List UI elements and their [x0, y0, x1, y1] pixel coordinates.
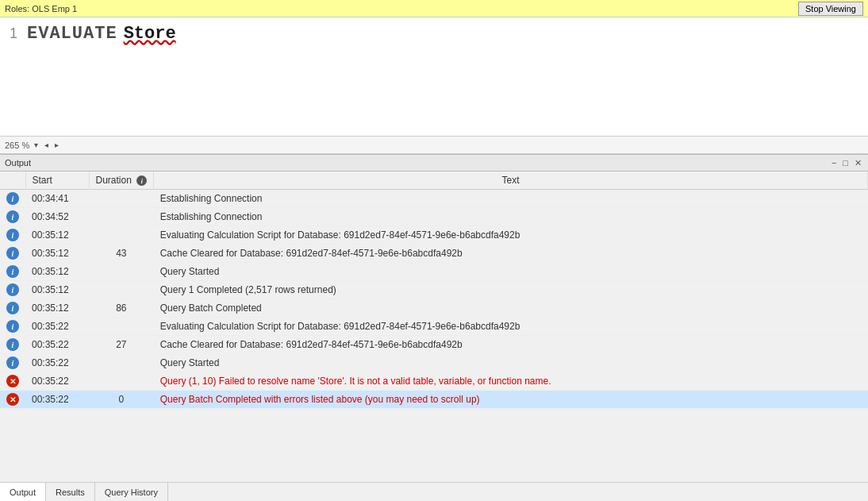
info-icon: i: [6, 210, 19, 223]
table-row: i00:35:12Query 1 Completed (2,517 rows r…: [0, 281, 868, 299]
row-icon: i: [0, 336, 25, 354]
row-duration: [89, 372, 154, 391]
zoom-level: 265 %: [5, 141, 29, 150]
zoom-next-button[interactable]: ▸: [53, 141, 60, 149]
table-row: i00:34:52Establishing Connection: [0, 208, 868, 226]
bottom-tab-output[interactable]: Output: [0, 483, 46, 501]
row-text: Establishing Connection: [154, 208, 868, 226]
row-text: Query Started: [154, 263, 868, 281]
table-header-row: Start Duration i Text: [0, 171, 868, 190]
row-duration: [89, 281, 154, 299]
output-table: Start Duration i Text i00:34:41Establish…: [0, 171, 868, 409]
table-row: i00:35:22Query Started: [0, 354, 868, 372]
zoom-dropdown-button[interactable]: ▾: [33, 141, 40, 149]
table-row: ✕00:35:220Query Batch Completed with err…: [0, 391, 868, 409]
table-row: i00:34:41Establishing Connection: [0, 190, 868, 208]
row-start: 00:35:12: [25, 281, 89, 299]
row-icon: i: [0, 245, 25, 263]
info-icon: i: [6, 283, 19, 296]
text-col-header: Text: [154, 171, 868, 190]
info-icon: i: [6, 229, 19, 241]
stop-viewing-button[interactable]: Stop Viewing: [798, 2, 863, 16]
row-icon: i: [0, 281, 25, 299]
row-text: Query Batch Completed: [154, 299, 868, 318]
table-row: i00:35:12Evaluating Calculation Script f…: [0, 226, 868, 245]
table-row: i00:35:1243Cache Cleared for Database: 6…: [0, 245, 868, 263]
row-start: 00:35:12: [25, 299, 89, 318]
title-bar-text: Roles: OLS Emp 1: [5, 4, 77, 13]
table-row: ✕00:35:22Query (1, 10) Failed to resolve…: [0, 372, 868, 391]
info-icon: i: [6, 338, 19, 351]
row-duration: [89, 190, 154, 208]
table-row: i00:35:2227Cache Cleared for Database: 6…: [0, 336, 868, 354]
row-duration: 43: [89, 245, 154, 263]
row-start: 00:35:22: [25, 336, 89, 354]
row-start: 00:35:22: [25, 318, 89, 336]
output-close-button[interactable]: ✕: [853, 158, 863, 168]
row-text: Evaluating Calculation Script for Databa…: [154, 318, 868, 336]
row-icon: i: [0, 226, 25, 245]
output-controls: − □ ✕: [830, 158, 863, 168]
error-icon: ✕: [6, 375, 19, 387]
zoom-prev-button[interactable]: ◂: [43, 141, 50, 149]
duration-col-header: Duration i: [89, 171, 154, 190]
row-start: 00:35:22: [25, 354, 89, 372]
icon-col-header: [0, 171, 25, 190]
row-duration: [89, 263, 154, 281]
row-duration: [89, 208, 154, 226]
error-icon: ✕: [6, 393, 19, 406]
row-start: 00:35:12: [25, 226, 89, 245]
zoom-bar: 265 % ▾ ◂ ▸: [0, 137, 868, 154]
info-icon: i: [6, 265, 19, 278]
info-icon: i: [6, 192, 19, 205]
output-float-button[interactable]: □: [841, 158, 850, 168]
bottom-tabs: OutputResultsQuery History: [0, 482, 868, 501]
row-duration: 0: [89, 391, 154, 409]
output-section: Output − □ ✕ Start Duration i Tex: [0, 154, 868, 501]
row-text: Cache Cleared for Database: 691d2ed7-84e…: [154, 245, 868, 263]
table-row: i00:35:22Evaluating Calculation Script f…: [0, 318, 868, 336]
row-start: 00:35:12: [25, 263, 89, 281]
info-icon: i: [6, 320, 19, 333]
editor-content: 1 EVALUATE Store: [10, 24, 858, 44]
output-panel-title: Output: [5, 158, 31, 168]
table-row: i00:35:12Query Started: [0, 263, 868, 281]
row-start: 00:35:12: [25, 245, 89, 263]
row-icon: ✕: [0, 372, 25, 391]
output-table-body: i00:34:41Establishing Connectioni00:34:5…: [0, 190, 868, 409]
app-container: Roles: OLS Emp 1 Stop Viewing 1 EVALUATE…: [0, 0, 868, 501]
bottom-tab-query-history[interactable]: Query History: [95, 483, 168, 501]
row-text: Query Batch Completed with errors listed…: [154, 391, 868, 409]
output-header: Output − □ ✕: [0, 154, 868, 171]
bottom-tab-results[interactable]: Results: [46, 483, 95, 501]
row-start: 00:35:22: [25, 391, 89, 409]
row-icon: i: [0, 263, 25, 281]
keyword-store: Store: [124, 24, 176, 44]
row-text: Cache Cleared for Database: 691d2ed7-84e…: [154, 336, 868, 354]
output-pin-button[interactable]: −: [830, 158, 838, 168]
row-start: 00:34:52: [25, 208, 89, 226]
row-icon: i: [0, 208, 25, 226]
row-duration: [89, 226, 154, 245]
line-number: 1: [10, 25, 17, 42]
row-icon: i: [0, 354, 25, 372]
row-text: Query 1 Completed (2,517 rows returned): [154, 281, 868, 299]
duration-info-icon: i: [136, 175, 147, 186]
title-bar: Roles: OLS Emp 1 Stop Viewing: [0, 0, 868, 17]
row-duration: [89, 318, 154, 336]
info-icon: i: [6, 356, 19, 369]
row-text: Establishing Connection: [154, 190, 868, 208]
info-icon: i: [6, 247, 19, 260]
row-text: Query Started: [154, 354, 868, 372]
table-row: i00:35:1286Query Batch Completed: [0, 299, 868, 318]
row-duration: [89, 354, 154, 372]
output-table-container: Start Duration i Text i00:34:41Establish…: [0, 171, 868, 482]
row-icon: i: [0, 318, 25, 336]
info-icon: i: [6, 302, 19, 314]
row-icon: i: [0, 190, 25, 208]
row-duration: 27: [89, 336, 154, 354]
row-text: Query (1, 10) Failed to resolve name 'St…: [154, 372, 868, 391]
row-start: 00:34:41: [25, 190, 89, 208]
editor-area: 1 EVALUATE Store: [0, 17, 868, 137]
keyword-evaluate: EVALUATE: [27, 24, 117, 44]
